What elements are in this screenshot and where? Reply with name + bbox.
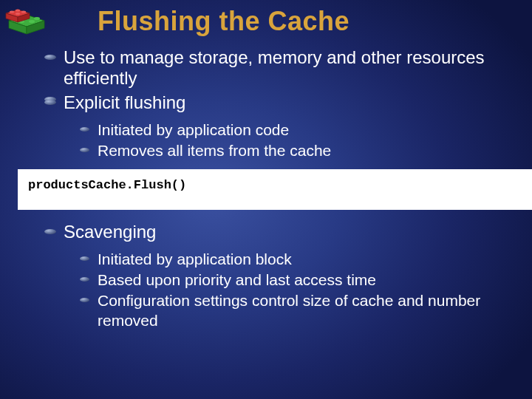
- bullet-item: Explicit flushing: [64, 92, 514, 113]
- code-block: productsCache.Flush(): [18, 169, 532, 210]
- slide: Flushing the Cache Use to manage storage…: [0, 0, 532, 330]
- logo-icon: [4, 6, 49, 37]
- sub-bullet-list-2: Initiated by application block Based upo…: [64, 250, 514, 330]
- wrapper-2: Initiated by application block Based upo…: [18, 250, 514, 330]
- sub-bullet-list: Initiated by application code Removes al…: [64, 120, 514, 161]
- bullet-item: Use to manage storage, memory and other …: [64, 47, 514, 88]
- svg-point-14: [16, 13, 20, 15]
- main-bullet-list-2: Scavenging: [18, 222, 514, 242]
- svg-point-12: [16, 9, 20, 11]
- bullet-item: Scavenging: [64, 222, 514, 242]
- spacer: [64, 89, 514, 91]
- svg-point-13: [21, 10, 26, 13]
- sub-bullet-item: Based upon priority and last access time: [98, 270, 514, 290]
- sub-bullet-item: Removes all items from the cache: [98, 141, 514, 160]
- sub-bullet-item: Initiated by application code: [98, 120, 514, 140]
- svg-point-11: [10, 10, 14, 13]
- sub-bullet-item: Initiated by application block: [98, 250, 514, 269]
- main-bullet-list: Use to manage storage, memory and other …: [18, 47, 514, 113]
- svg-point-7: [29, 20, 35, 23]
- code-wrapper: productsCache.Flush(): [18, 169, 514, 210]
- svg-point-5: [34, 17, 40, 20]
- wrapper: Initiated by application code Removes al…: [18, 120, 514, 161]
- slide-title: Flushing the Cache: [18, 0, 514, 47]
- sub-bullet-item: Configuration settings control size of c…: [98, 291, 514, 330]
